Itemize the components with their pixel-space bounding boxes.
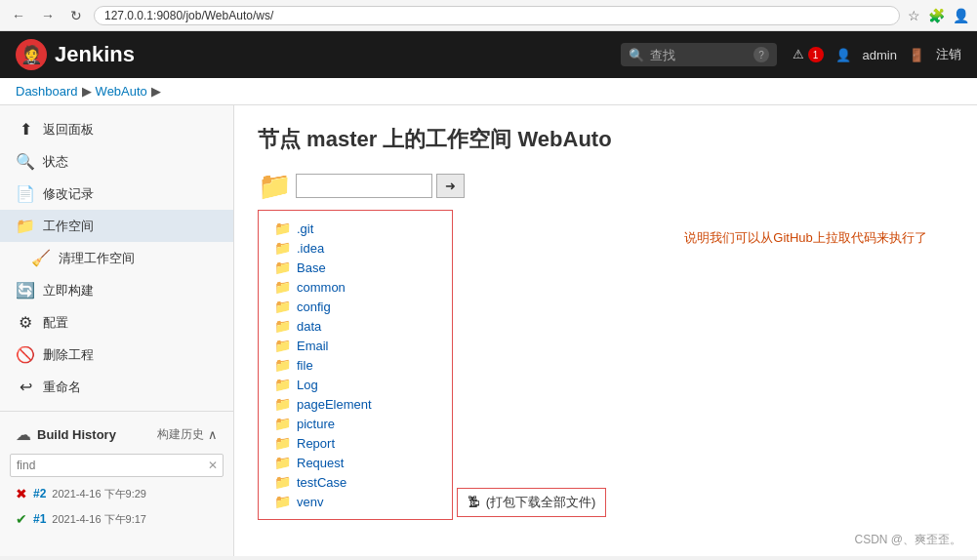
jenkins-header: 🤵 Jenkins 🔍 ? ⚠ 1 👤 admin 🚪 注销 [0, 31, 977, 78]
file-name: picture [297, 417, 335, 431]
file-item[interactable]: 📁data [274, 316, 436, 336]
folder-big-icon: 📁 [258, 170, 292, 202]
build-history-cloud-icon: ☁ Build History [16, 425, 116, 444]
sidebar-item-status[interactable]: 🔍 状态 [0, 145, 233, 178]
build-history-title: Build History [37, 427, 116, 442]
watermark: CSDN @、爽歪歪。 [854, 532, 961, 548]
sidebar-label-workspace: 工作空间 [43, 218, 94, 235]
file-item[interactable]: 📁common [274, 277, 436, 297]
file-item[interactable]: 📁venv [274, 492, 436, 511]
file-list-container: 📁.git📁.idea📁Base📁common📁config📁data📁Emai… [258, 210, 606, 520]
file-item[interactable]: 📁config [274, 297, 436, 316]
jenkins-logo[interactable]: 🤵 Jenkins [16, 39, 135, 70]
build-history-header: ☁ Build History 构建历史 ∧ [0, 420, 233, 450]
workspace-icon: 📁 [16, 217, 35, 235]
go-button[interactable]: ➜ [436, 174, 465, 198]
url-bar[interactable]: 127.0.0.1:9080/job/WebAuto/ws/ [94, 6, 900, 25]
breadcrumb-dashboard[interactable]: Dashboard [16, 84, 78, 99]
file-folder-icon: 📁 [274, 435, 291, 451]
file-folder-icon: 📁 [274, 338, 291, 353]
build-number-1[interactable]: #1 [33, 512, 46, 526]
sidebar-item-workspace[interactable]: 📁 工作空间 [0, 210, 233, 242]
archive-icon: 🗜 [468, 495, 480, 509]
file-item[interactable]: 📁file [274, 355, 436, 375]
file-name: .idea [297, 241, 324, 256]
file-item[interactable]: 📁.idea [274, 238, 436, 258]
build-item-2[interactable]: ✖ #2 2021-4-16 下午9:29 [0, 481, 233, 506]
sidebar-item-build[interactable]: 🔄 立即构建 [0, 274, 233, 306]
account-icon[interactable]: 👤 [953, 8, 969, 23]
browser-action-icons: ☆ 🧩 👤 [908, 8, 969, 23]
build-date-2: 2021-4-16 下午9:29 [52, 487, 146, 501]
file-folder-icon: 📁 [274, 494, 291, 509]
logout-label[interactable]: 注销 [936, 46, 961, 63]
extension-icon[interactable]: 🧩 [928, 8, 945, 23]
file-item[interactable]: 📁pageElement [274, 394, 436, 414]
file-item[interactable]: 📁Log [274, 375, 436, 394]
breadcrumb-sep2: ▶ [151, 84, 161, 99]
search-icon: 🔍 [629, 48, 644, 62]
sidebar-label-build: 立即构建 [43, 282, 94, 300]
breadcrumb-webauto[interactable]: WebAuto [96, 84, 147, 99]
file-name: Log [297, 378, 318, 392]
file-name: venv [297, 495, 323, 509]
file-folder-icon: 📁 [274, 240, 291, 256]
file-name: Email [297, 339, 329, 353]
sidebar-item-delete[interactable]: 🚫 删除工程 [0, 339, 233, 371]
file-folder-icon: 📁 [274, 260, 291, 275]
file-folder-icon: 📁 [274, 377, 291, 392]
file-item[interactable]: 📁.git [274, 219, 436, 238]
reload-button[interactable]: ↻ [66, 6, 86, 25]
changes-icon: 📄 [16, 184, 35, 203]
file-item[interactable]: 📁Request [274, 453, 436, 472]
file-list: 📁.git📁.idea📁Base📁common📁config📁data📁Emai… [258, 210, 453, 520]
file-item[interactable]: 📁testCase [274, 472, 436, 492]
breadcrumb: Dashboard ▶ WebAuto ▶ [0, 78, 977, 105]
file-folder-icon: 📁 [274, 455, 291, 470]
file-item[interactable]: 📁Report [274, 433, 436, 453]
path-input[interactable] [296, 174, 432, 198]
download-all-button[interactable]: 🗜 (打包下载全部文件) [457, 488, 607, 517]
sidebar-item-configure[interactable]: ⚙ 配置 [0, 306, 233, 339]
sidebar: ⬆ 返回面板 🔍 状态 📄 修改记录 📁 工作空间 🧹 清理工作空间 🔄 立即构… [0, 105, 234, 556]
logout-icon: 🚪 [909, 48, 924, 62]
build-status-ok-icon: ✔ [16, 511, 27, 527]
file-name: common [297, 280, 346, 295]
jenkins-logo-icon: 🤵 [16, 39, 47, 70]
sidebar-item-clean[interactable]: 🧹 清理工作空间 [0, 242, 233, 274]
build-icon: 🔄 [16, 281, 35, 300]
file-folder-icon: 📁 [274, 318, 291, 334]
page-title: 节点 master 上的工作空间 WebAuto [258, 125, 954, 154]
search-box: 🔍 ? [621, 43, 777, 66]
user-label[interactable]: admin [863, 48, 897, 62]
configure-icon: ⚙ [16, 313, 35, 332]
build-search-input[interactable] [10, 454, 224, 477]
info-text: 说明我们可以从GitHub上拉取代码来执行了 [684, 229, 926, 247]
sidebar-item-rename[interactable]: ↩ 重命名 [0, 371, 233, 403]
file-name: Request [297, 456, 344, 470]
sidebar-item-back[interactable]: ⬆ 返回面板 [0, 113, 233, 145]
file-folder-icon: 📁 [274, 220, 291, 236]
file-name: config [297, 300, 331, 314]
back-button[interactable]: ← [8, 6, 29, 25]
build-search-clear[interactable]: ✕ [208, 459, 218, 472]
star-icon[interactable]: ☆ [908, 8, 920, 23]
sidebar-label-delete: 删除工程 [43, 346, 94, 364]
file-folder-icon: 📁 [274, 474, 291, 490]
forward-button[interactable]: → [37, 6, 59, 25]
file-name: Base [297, 260, 326, 275]
help-icon[interactable]: ? [753, 47, 769, 62]
file-item[interactable]: 📁picture [274, 414, 436, 433]
file-folder-icon: 📁 [274, 279, 291, 295]
file-item[interactable]: 📁Email [274, 336, 436, 355]
build-history-toggle[interactable]: ∧ [208, 427, 218, 442]
notification-icon[interactable]: ⚠ 1 [793, 47, 824, 63]
search-input[interactable] [650, 48, 748, 62]
build-number-2[interactable]: #2 [33, 487, 46, 500]
sidebar-item-changes[interactable]: 📄 修改记录 [0, 178, 233, 210]
build-history-subtitle: 构建历史 [157, 426, 204, 443]
file-browser-toolbar: 📁 ➜ [258, 170, 954, 202]
file-item[interactable]: 📁Base [274, 258, 436, 277]
main-layout: ⬆ 返回面板 🔍 状态 📄 修改记录 📁 工作空间 🧹 清理工作空间 🔄 立即构… [0, 105, 977, 556]
build-item-1[interactable]: ✔ #1 2021-4-16 下午9:17 [0, 506, 233, 532]
